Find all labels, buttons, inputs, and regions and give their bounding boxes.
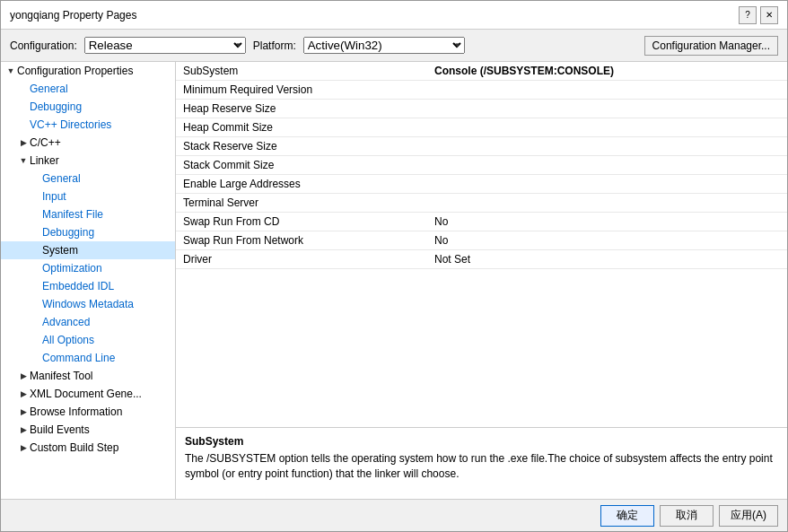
tree-label-linker-opt: Optimization — [42, 262, 102, 275]
property-name: Heap Reserve Size — [176, 100, 427, 118]
tree-item-linker-general[interactable]: General — [1, 170, 175, 188]
table-row: Stack Commit Size — [176, 156, 787, 175]
tree-label-linker-eidl: Embedded IDL — [42, 280, 114, 292]
tree-label-build-events: Build Events — [30, 423, 90, 436]
right-panel: SubSystemConsole (/SUBSYSTEM:CONSOLE)Min… — [176, 62, 787, 499]
property-value[interactable]: Not Set — [427, 250, 787, 269]
property-value[interactable]: No — [427, 213, 787, 231]
tree-expander-build-events[interactable]: ▶ — [17, 423, 30, 436]
bottom-bar: 确定 取消 应用(A) — [1, 499, 787, 531]
property-name: Swap Run From Network — [176, 231, 427, 250]
property-value[interactable] — [427, 100, 787, 118]
close-button[interactable]: ✕ — [760, 6, 778, 24]
tree-label-custom-build: Custom Build Step — [30, 441, 118, 454]
tree-label-vc-dirs: VC++ Directories — [30, 118, 111, 131]
tree-label-linker-cmdline: Command Line — [42, 352, 115, 364]
tree-item-linker-input[interactable]: Input — [1, 188, 175, 205]
tree-panel: ▼Configuration PropertiesGeneralDebuggin… — [1, 62, 176, 499]
tree-label-manifest-tool: Manifest Tool — [30, 370, 92, 382]
tree-expander-xml-doc[interactable]: ▶ — [17, 388, 30, 400]
apply-button[interactable]: 应用(A) — [719, 505, 778, 527]
main-content: ▼Configuration PropertiesGeneralDebuggin… — [1, 62, 787, 499]
property-name: Stack Commit Size — [176, 156, 427, 175]
property-name: Minimum Required Version — [176, 81, 427, 100]
configuration-select[interactable]: Release — [84, 37, 246, 54]
tree-item-debugging[interactable]: Debugging — [1, 98, 175, 116]
tree-label-browse-info: Browse Information — [30, 406, 122, 418]
configuration-select-wrapper: Release — [84, 37, 246, 54]
table-row: DriverNot Set — [176, 250, 787, 269]
title-bar: yongqiang Property Pages ? ✕ — [1, 1, 787, 30]
tree-label-linker-allopts: All Options — [42, 334, 94, 346]
config-bar: Configuration: Release Platform: Active(… — [1, 30, 787, 62]
table-row: Enable Large Addresses — [176, 175, 787, 194]
table-row: SubSystemConsole (/SUBSYSTEM:CONSOLE) — [176, 62, 787, 81]
tree-expander-manifest-tool[interactable]: ▶ — [17, 370, 30, 382]
table-row: Stack Reserve Size — [176, 137, 787, 156]
property-name: Heap Commit Size — [176, 118, 427, 137]
tree-label-linker-input: Input — [42, 190, 66, 203]
property-name: Driver — [176, 250, 427, 269]
config-manager-button[interactable]: Configuration Manager... — [644, 36, 778, 56]
property-value[interactable] — [427, 118, 787, 137]
ok-button[interactable]: 确定 — [600, 505, 654, 527]
tree-item-linker-eidl[interactable]: Embedded IDL — [1, 277, 175, 295]
tree-expander-browse-info[interactable]: ▶ — [17, 406, 30, 418]
platform-label: Platform: — [253, 39, 296, 52]
tree-item-linker[interactable]: ▼Linker — [1, 152, 175, 170]
tree-item-linker-allopts[interactable]: All Options — [1, 331, 175, 349]
tree-label-linker-general: General — [42, 172, 81, 185]
tree-label-config-props: Configuration Properties — [17, 65, 133, 77]
tree-label-linker-debugging: Debugging — [42, 226, 94, 239]
property-value[interactable]: No — [427, 231, 787, 250]
dialog-title: yongqiang Property Pages — [10, 9, 136, 22]
tree-label-linker: Linker — [30, 154, 59, 167]
property-name: Enable Large Addresses — [176, 175, 427, 194]
tree-item-vc-dirs[interactable]: VC++ Directories — [1, 116, 175, 134]
tree-label-debugging: Debugging — [30, 100, 82, 113]
title-bar-buttons: ? ✕ — [739, 6, 778, 24]
tree-expander-config-props[interactable]: ▼ — [4, 65, 17, 77]
property-value[interactable] — [427, 156, 787, 175]
tree-item-config-props[interactable]: ▼Configuration Properties — [1, 62, 175, 80]
tree-item-linker-cmdline[interactable]: Command Line — [1, 349, 175, 367]
property-value[interactable] — [427, 137, 787, 156]
tree-item-linker-advanced[interactable]: Advanced — [1, 313, 175, 331]
tree-label-xml-doc: XML Document Gene... — [30, 388, 142, 400]
property-value[interactable] — [427, 81, 787, 100]
property-value[interactable]: Console (/SUBSYSTEM:CONSOLE) — [427, 62, 787, 81]
cancel-button[interactable]: 取消 — [660, 505, 714, 527]
tree-item-manifest-tool[interactable]: ▶Manifest Tool — [1, 367, 175, 385]
tree-item-browse-info[interactable]: ▶Browse Information — [1, 403, 175, 421]
tree-item-build-events[interactable]: ▶Build Events — [1, 421, 175, 439]
tree-expander-cpp[interactable]: ▶ — [17, 136, 30, 149]
tree-item-cpp[interactable]: ▶C/C++ — [1, 134, 175, 152]
tree-item-linker-system[interactable]: System — [1, 241, 175, 259]
tree-item-xml-doc[interactable]: ▶XML Document Gene... — [1, 385, 175, 403]
tree-item-linker-manifest[interactable]: Manifest File — [1, 205, 175, 223]
property-name: Stack Reserve Size — [176, 137, 427, 156]
description-text: The /SUBSYSTEM option tells the operatin… — [185, 451, 778, 482]
description-panel: SubSystem The /SUBSYSTEM option tells th… — [176, 427, 787, 499]
tree-item-linker-opt[interactable]: Optimization — [1, 259, 175, 277]
tree-item-general[interactable]: General — [1, 80, 175, 98]
property-value[interactable] — [427, 175, 787, 194]
platform-select[interactable]: Active(Win32) — [303, 37, 465, 54]
table-row: Swap Run From NetworkNo — [176, 231, 787, 250]
table-row: Minimum Required Version — [176, 81, 787, 100]
tree-item-linker-debugging[interactable]: Debugging — [1, 223, 175, 241]
property-value[interactable] — [427, 194, 787, 213]
properties-table: SubSystemConsole (/SUBSYSTEM:CONSOLE)Min… — [176, 62, 787, 427]
configuration-label: Configuration: — [10, 39, 77, 52]
property-name: Swap Run From CD — [176, 213, 427, 231]
properties-grid: SubSystemConsole (/SUBSYSTEM:CONSOLE)Min… — [176, 62, 787, 269]
tree-expander-linker[interactable]: ▼ — [17, 154, 30, 167]
tree-label-cpp: C/C++ — [30, 136, 61, 149]
tree-item-linker-winmeta[interactable]: Windows Metadata — [1, 295, 175, 313]
help-button[interactable]: ? — [739, 6, 757, 24]
table-row: Heap Reserve Size — [176, 100, 787, 118]
tree-item-custom-build[interactable]: ▶Custom Build Step — [1, 439, 175, 457]
tree-label-linker-manifest: Manifest File — [42, 208, 103, 221]
dialog: yongqiang Property Pages ? ✕ Configurati… — [0, 0, 788, 532]
tree-expander-custom-build[interactable]: ▶ — [17, 441, 30, 454]
